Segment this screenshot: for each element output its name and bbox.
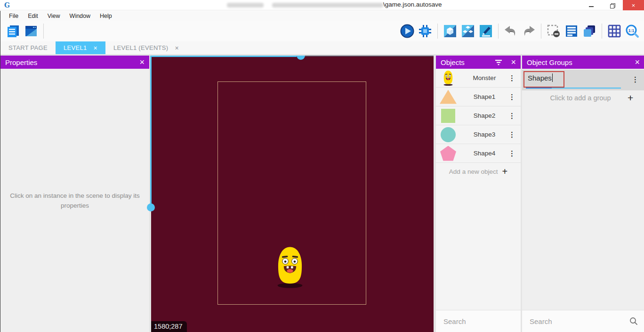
project-manager-icon (6, 24, 20, 38)
tab-start-page[interactable]: START PAGE (0, 41, 56, 54)
toolbar: 1:1 (0, 21, 644, 41)
play-icon (400, 24, 414, 38)
objects-list-button[interactable] (460, 24, 476, 39)
square-icon (441, 109, 455, 123)
tab-level1-events[interactable]: LEVEL1 (EVENTS) × (105, 41, 187, 54)
object-row-shape3[interactable]: Shape3 ⋮ (436, 125, 521, 144)
grid-icon (608, 24, 621, 38)
redo-button[interactable] (521, 24, 537, 39)
object-name: Shape3 (460, 131, 508, 138)
scene-left-resize-line[interactable] (150, 56, 152, 206)
minimize-button[interactable] (580, 0, 602, 10)
scene-top-resize-line[interactable] (151, 56, 297, 57)
start-page-button[interactable] (23, 24, 39, 39)
scene-left-resize-handle[interactable] (147, 203, 155, 211)
menu-help[interactable]: Help (95, 11, 117, 21)
close-button[interactable]: × (623, 0, 644, 10)
tab-label: START PAGE (8, 44, 48, 51)
minimize-icon (589, 6, 594, 7)
toolbar-divider (541, 24, 541, 39)
gdevelop-logo-icon: G (4, 1, 12, 9)
panel-title: Object Groups (527, 58, 635, 66)
scene-top-resize-handle[interactable] (297, 56, 305, 60)
triangle-icon (440, 90, 457, 104)
gdevelop-window: G \game.json.autosave × File Edit View W… (0, 0, 644, 332)
window-controls: × (580, 0, 644, 10)
window-title: \game.json.autosave (383, 1, 442, 8)
object-menu-icon[interactable]: ⋮ (508, 130, 521, 139)
cursor-coordinates: 1580;287 (151, 321, 187, 332)
properties-empty-message: Click on an instance in the scene to dis… (8, 191, 141, 211)
object-row-monster[interactable]: Monster ⋮ (436, 69, 521, 88)
panel-title: Properties (5, 58, 139, 66)
object-groups-panel: Object Groups × Shapes ⋮ Click to add a … (522, 56, 644, 332)
restore-button[interactable] (602, 0, 623, 10)
objects-icon (461, 24, 475, 38)
close-icon[interactable]: × (139, 58, 145, 66)
object-name: Monster (460, 74, 508, 81)
title-bar: G \game.json.autosave × (0, 0, 644, 10)
instances-list-button[interactable] (564, 24, 580, 39)
scene-editor-canvas[interactable]: 1580;287 (151, 56, 434, 332)
project-manager-button[interactable] (5, 24, 21, 39)
object-menu-icon[interactable]: ⋮ (508, 149, 521, 158)
object-row-shape4[interactable]: Shape4 ⋮ (436, 144, 521, 163)
add-object-row[interactable]: Add a new object + (436, 163, 521, 180)
debugger-icon (418, 24, 432, 38)
object-name: Shape1 (460, 93, 508, 100)
filter-icon[interactable] (494, 58, 503, 66)
redacted-title-segment (272, 3, 383, 8)
play-button[interactable] (399, 24, 415, 39)
close-icon[interactable]: × (511, 58, 516, 66)
object-row-shape1[interactable]: Shape1 ⋮ (436, 88, 521, 106)
properties-panel: Properties × Click on an instance in the… (0, 56, 149, 332)
add-object-button[interactable] (442, 24, 458, 39)
groups-search-input[interactable] (522, 317, 629, 325)
object-menu-icon[interactable]: ⋮ (508, 93, 521, 101)
tab-level1[interactable]: LEVEL1 × (56, 41, 105, 54)
toolbar-left-group (4, 23, 47, 40)
monster-icon (436, 70, 460, 86)
toolbar-divider (498, 24, 499, 39)
menu-window[interactable]: Window (65, 11, 95, 21)
deselect-instances-button[interactable] (546, 24, 562, 39)
tab-bar: START PAGE LEVEL1 × LEVEL1 (EVENTS) × (0, 41, 644, 54)
toolbar-divider (602, 24, 602, 39)
tab-label: LEVEL1 (EVENTS) (113, 44, 169, 51)
objects-search-bar (436, 310, 521, 332)
layers-button[interactable] (581, 24, 597, 39)
undo-button[interactable] (503, 24, 519, 39)
menu-file[interactable]: File (4, 11, 23, 21)
circle-icon (441, 127, 456, 142)
object-row-shape2[interactable]: Shape2 ⋮ (436, 106, 521, 125)
grid-button[interactable] (606, 24, 622, 39)
group-menu-icon[interactable]: ⋮ (632, 75, 639, 84)
object-menu-icon[interactable]: ⋮ (508, 74, 521, 82)
toolbar-divider (43, 24, 44, 39)
annotation-highlight-box (523, 71, 564, 88)
object-name: Shape4 (460, 150, 508, 157)
menu-edit[interactable]: Edit (23, 11, 43, 21)
tab-close-icon[interactable]: × (175, 44, 178, 52)
menu-view[interactable]: View (43, 11, 65, 21)
pentagon-icon (440, 146, 456, 161)
undo-icon (503, 24, 518, 38)
tab-close-icon[interactable]: × (93, 44, 97, 52)
tab-label: LEVEL1 (64, 44, 87, 51)
add-group-row[interactable]: Click to add a group + (522, 90, 644, 105)
zoom-original-button[interactable]: 1:1 (624, 24, 640, 39)
scene-top-edge-line (305, 56, 434, 57)
monster-instance[interactable] (274, 244, 306, 291)
deselect-icon (547, 24, 561, 38)
close-icon[interactable]: × (635, 58, 640, 66)
plus-icon: + (628, 92, 644, 104)
edit-scene-button[interactable] (478, 24, 494, 39)
debug-button[interactable] (417, 24, 433, 39)
menu-bar: File Edit View Window Help (0, 11, 644, 21)
panel-title: Objects (441, 58, 494, 66)
add-object-label: Add a new object (449, 168, 498, 175)
object-groups-panel-header: Object Groups × (522, 56, 644, 69)
objects-panel: Objects × (436, 56, 521, 332)
object-menu-icon[interactable]: ⋮ (508, 112, 521, 120)
plus-icon: + (502, 166, 507, 177)
